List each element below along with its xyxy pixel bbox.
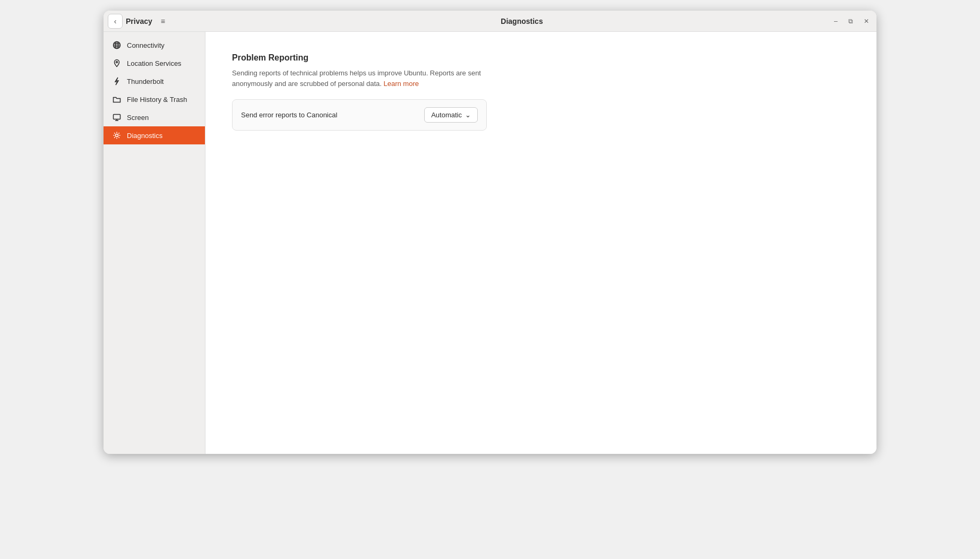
main-content: Problem Reporting Sending reports of tec… bbox=[205, 32, 876, 454]
sidebar: ConnectivityLocation ServicesThunderbolt… bbox=[104, 32, 205, 454]
sidebar-item-label-connectivity: Connectivity bbox=[127, 41, 165, 49]
sidebar-item-label-location-services: Location Services bbox=[127, 59, 182, 67]
sidebar-header-title: Privacy bbox=[126, 17, 152, 25]
sidebar-item-label-thunderbolt: Thunderbolt bbox=[127, 78, 164, 85]
restore-icon: ⧉ bbox=[848, 18, 853, 25]
sidebar-item-screen[interactable]: Screen bbox=[104, 108, 205, 126]
thunderbolt-icon bbox=[112, 76, 122, 86]
location-services-icon bbox=[112, 58, 122, 68]
connectivity-icon bbox=[112, 40, 122, 50]
back-icon: ‹ bbox=[114, 17, 117, 25]
sidebar-item-thunderbolt[interactable]: Thunderbolt bbox=[104, 72, 205, 90]
sidebar-item-connectivity[interactable]: Connectivity bbox=[104, 36, 205, 54]
titlebar-left: ‹ Privacy ≡ bbox=[108, 14, 214, 29]
menu-icon: ≡ bbox=[161, 17, 165, 25]
close-icon: ✕ bbox=[864, 18, 869, 25]
titlebar: ‹ Privacy ≡ Diagnostics – ⧉ ✕ bbox=[104, 11, 876, 32]
chevron-down-icon: ⌄ bbox=[465, 111, 471, 119]
back-button[interactable]: ‹ bbox=[108, 14, 123, 29]
learn-more-link[interactable]: Learn more bbox=[383, 80, 418, 88]
sidebar-item-diagnostics[interactable]: Diagnostics bbox=[104, 126, 205, 144]
menu-button[interactable]: ≡ bbox=[156, 14, 170, 29]
section-title: Problem Reporting bbox=[232, 53, 850, 63]
sidebar-item-label-diagnostics: Diagnostics bbox=[127, 132, 162, 140]
svg-point-5 bbox=[116, 62, 118, 63]
file-history-trash-icon bbox=[112, 94, 122, 104]
restore-button[interactable]: ⧉ bbox=[845, 15, 857, 28]
minimize-icon: – bbox=[834, 18, 838, 25]
sidebar-item-location-services[interactable]: Location Services bbox=[104, 54, 205, 72]
diagnostics-icon bbox=[112, 131, 122, 140]
sidebar-item-file-history-trash[interactable]: File History & Trash bbox=[104, 90, 205, 108]
window-body: ConnectivityLocation ServicesThunderbolt… bbox=[104, 32, 876, 454]
svg-point-9 bbox=[116, 134, 118, 137]
sidebar-item-label-file-history-trash: File History & Trash bbox=[127, 96, 187, 104]
automatic-dropdown[interactable]: Automatic ⌄ bbox=[424, 107, 478, 123]
minimize-button[interactable]: – bbox=[830, 15, 842, 28]
setting-label-error-reports: Send error reports to Canonical bbox=[241, 111, 337, 119]
window-title: Diagnostics bbox=[214, 17, 830, 25]
window-controls: – ⧉ ✕ bbox=[830, 15, 872, 28]
setting-row-error-reports: Send error reports to Canonical Automati… bbox=[232, 99, 487, 131]
screen-icon bbox=[112, 113, 122, 122]
svg-rect-6 bbox=[114, 115, 121, 119]
section-description: Sending reports of technical problems he… bbox=[232, 68, 487, 89]
sidebar-item-label-screen: Screen bbox=[127, 114, 149, 122]
dropdown-value: Automatic bbox=[431, 111, 462, 119]
description-text: Sending reports of technical problems he… bbox=[232, 69, 481, 88]
close-button[interactable]: ✕ bbox=[860, 15, 872, 28]
